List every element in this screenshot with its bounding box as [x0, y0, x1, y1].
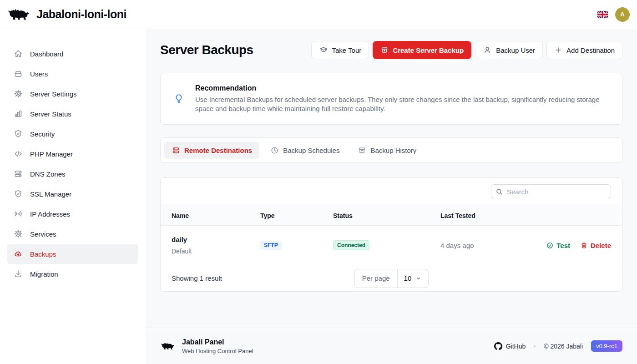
download-tray-icon — [14, 269, 23, 278]
archive-download-icon — [380, 46, 389, 54]
recommendation-title: Recommendation — [195, 84, 605, 92]
user-icon — [483, 46, 492, 55]
home-icon — [14, 49, 23, 58]
boar-logo-icon — [6, 7, 30, 22]
page-title: Server Backups — [160, 43, 253, 57]
last-tested-value: 4 days ago — [440, 242, 546, 249]
sidebar-item-ip-addresses[interactable]: IP Addresses — [7, 204, 138, 224]
add-destination-button[interactable]: Add Destination — [546, 41, 622, 59]
github-link[interactable]: GitHub — [494, 342, 526, 350]
sidebar-item-services[interactable]: Services — [7, 224, 138, 244]
sidebar-item-backups[interactable]: Backups — [7, 244, 138, 264]
server-icon — [172, 146, 180, 155]
destinations-table-card: Name Type Status Last Tested daily Defau… — [160, 177, 622, 292]
sidebar-item-security[interactable]: Security — [7, 124, 138, 144]
footer-brand-name: Jabali Panel — [182, 338, 253, 346]
backup-user-button[interactable]: Backup User — [475, 41, 543, 59]
graduation-cap-icon — [319, 46, 328, 55]
gear-icon — [14, 229, 23, 238]
shield-check-icon — [14, 189, 23, 198]
check-circle-icon — [546, 242, 554, 249]
sidebar-item-ssl-manager[interactable]: SSL Manager — [7, 184, 138, 204]
create-server-backup-button[interactable]: Create Server Backup — [373, 41, 471, 59]
per-page-value: 10 — [404, 274, 412, 282]
per-page-label: Per page — [355, 269, 398, 288]
sidebar-item-server-status[interactable]: Server Status — [7, 104, 138, 124]
sidebar-item-server-settings[interactable]: Server Settings — [7, 84, 138, 104]
copyright-text: © 2026 Jabali — [544, 343, 583, 350]
column-header-type: Type — [260, 212, 333, 219]
bar-chart-icon — [14, 109, 23, 118]
tab-backup-schedules[interactable]: Backup Schedules — [263, 142, 347, 159]
per-page-control[interactable]: Per page 10 — [354, 269, 429, 288]
table-row: daily Default SFTP Connected 4 days ago … — [161, 226, 622, 265]
language-flag-icon[interactable] — [597, 11, 608, 18]
tab-backup-history[interactable]: Backup History — [350, 142, 424, 159]
trash-icon — [580, 242, 588, 249]
recommendation-card: Recommendation Use Incremental Backups f… — [160, 73, 622, 125]
status-badge: Connected — [333, 240, 369, 250]
server-stack-icon — [14, 169, 23, 178]
cloud-upload-icon — [14, 249, 23, 258]
search-icon — [495, 188, 503, 196]
search-input[interactable] — [491, 184, 611, 199]
column-header-last-tested: Last Tested — [440, 212, 611, 219]
version-badge: v0.9-rc1 — [591, 340, 622, 352]
lightbulb-icon — [173, 93, 184, 104]
app-title: Jabaloni-loni-loni — [36, 8, 126, 21]
shield-check-icon — [14, 129, 23, 138]
main-content: Server Backups Take Tour Create Server B… — [146, 29, 637, 364]
sidebar-item-users[interactable]: Users — [7, 64, 138, 84]
destination-name: daily — [172, 236, 260, 243]
user-avatar[interactable]: A — [615, 7, 630, 22]
github-icon — [494, 342, 502, 350]
gear-icon — [14, 89, 23, 98]
boar-logo-icon — [160, 341, 175, 351]
sidebar-item-php-manager[interactable]: PHP Manager — [7, 144, 138, 164]
code-icon — [14, 149, 23, 158]
sidebar-item-dns-zones[interactable]: DNS Zones — [7, 164, 138, 184]
clock-icon — [270, 146, 279, 155]
chevron-down-icon — [415, 275, 421, 282]
drawer-icon — [14, 69, 23, 78]
type-badge: SFTP — [260, 241, 282, 250]
sidebar: Dashboard Users Server Settings Server S… — [0, 29, 146, 364]
recommendation-text: Use Incremental Backups for scheduled se… — [195, 95, 605, 113]
test-button[interactable]: Test — [546, 242, 570, 249]
footer-tagline: Web Hosting Control Panel — [182, 348, 253, 354]
app-brand[interactable]: Jabaloni-loni-loni — [6, 7, 126, 22]
backup-tabs: Remote Destinations Backup Schedules Bac… — [160, 137, 622, 163]
archive-box-icon — [358, 146, 366, 155]
broadcast-icon — [14, 209, 23, 218]
tab-remote-destinations[interactable]: Remote Destinations — [164, 142, 259, 159]
column-header-status: Status — [333, 212, 440, 219]
sidebar-item-migration[interactable]: Migration — [7, 264, 138, 284]
column-header-name: Name — [172, 212, 260, 219]
delete-button[interactable]: Delete — [580, 242, 611, 249]
table-header-row: Name Type Status Last Tested — [161, 206, 622, 226]
top-bar: Jabaloni-loni-loni A — [0, 0, 637, 29]
take-tour-button[interactable]: Take Tour — [311, 41, 369, 59]
dot-separator — [534, 345, 536, 347]
results-count: Showing 1 result — [172, 274, 222, 282]
destination-subtitle: Default — [172, 248, 260, 255]
page-footer: Jabali Panel Web Hosting Control Panel G… — [146, 328, 637, 364]
plus-icon — [554, 46, 562, 54]
sidebar-item-dashboard[interactable]: Dashboard — [7, 44, 138, 64]
